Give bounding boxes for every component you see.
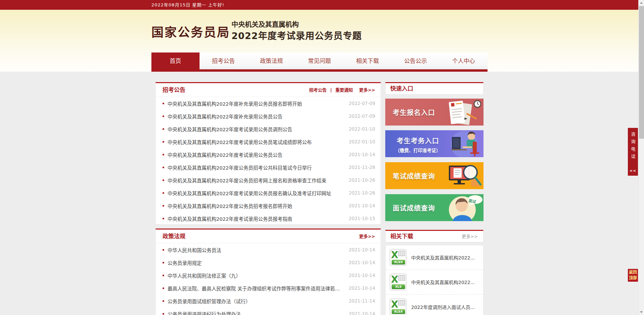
nav-tab-faq[interactable]: 常见问题 — [295, 53, 344, 69]
date-greeting-text: 2022年08月15日 星期一 上午好! — [151, 0, 224, 10]
list-item[interactable]: 中央机关及其直属机构2022年度考试录用公务员笔试成绩即将公布 2022-01-… — [156, 135, 381, 148]
bullet-dot — [163, 275, 164, 276]
main-nav: 首页 招考公告 政策法规 常见问题 相关下载 公告公示 个人中心 — [151, 53, 488, 72]
policies-list: 中华人民共和国公务员法 2021-10-14 公务员录用规定 2021-10-1… — [156, 243, 381, 315]
list-item[interactable]: 中央机关及其直属机构2022年度补充录用公务员公告 2022-07-09 — [156, 110, 381, 123]
up-arrow-icon — [640, 2, 643, 4]
nav-tab-personal-center[interactable]: 个人中心 — [439, 53, 488, 69]
bullet-dot — [163, 205, 164, 207]
policies-more-link[interactable]: 更多>> — [359, 230, 375, 243]
list-item[interactable]: 最高人民法院、最高人民检察院 关于办理组织考试作弊等刑事案件适用法律若干问题的解… — [156, 282, 381, 294]
banner-interview-score-query[interactable]: 面试成绩查询 面试 — [385, 194, 484, 221]
download-item[interactable]: X XLSX 中央机关及其直属机构2022... — [386, 245, 483, 270]
banner-label: 笔试成绩查询 — [393, 171, 435, 181]
bullet-dot — [163, 300, 164, 302]
spreadsheet-grid-icon — [398, 300, 405, 306]
person-at-computer-icon — [443, 130, 484, 157]
quick-entry-header: 快速入口 — [385, 82, 484, 95]
list-item[interactable]: 中央机关及其直属机构2022年度考试录用公务员报名确认及准考证打印网址 2021… — [156, 186, 381, 199]
bullet-dot — [163, 218, 164, 219]
vertical-scrollbar[interactable] — [638, 0, 644, 315]
scrollbar-thumb[interactable] — [639, 6, 644, 139]
downloads-more-link[interactable]: 更多>> — [462, 231, 478, 243]
download-item-label: 中央机关及其直属机构2022... — [411, 279, 475, 285]
banner-exam-affairs[interactable]: 考生考务入口 （缴费、打印准考证） — [385, 130, 484, 157]
list-item[interactable]: 中央机关及其直属机构2022年度考试录用公务员报考指南 2021-10-15 — [156, 212, 381, 225]
nav-tab-home[interactable]: 首页 — [151, 53, 200, 72]
site-subtitle-topic: 2022年度考试录用公务员专题 — [231, 29, 362, 42]
bullet-dot — [163, 179, 164, 181]
announcements-header-links: 招考公告 | 重要通知 更多>> — [307, 83, 375, 97]
list-item[interactable]: 中央机关及其直属机构2022年度公务员招考公共科目笔试今日举行 2021-11-… — [156, 161, 381, 174]
banner-label: 面试成绩查询 — [393, 203, 435, 213]
downloads-title: 相关下载 — [390, 233, 413, 240]
announcements-more-link[interactable]: 更多>> — [359, 88, 375, 93]
down-arrow-icon — [640, 311, 643, 313]
list-item[interactable]: 中央机关及其直属机构2022年度公务员招考网上报名和资格审查工作结束 2021-… — [156, 174, 381, 186]
list-item[interactable]: 中央机关及其直属机构2022年度考试录用公务员调剂公告 2022-01-10 — [156, 123, 381, 135]
file-type-badge: XLSX — [392, 260, 405, 265]
site-subtitle-org: 中央机关及其直属机构 — [231, 19, 299, 29]
spreadsheet-grid-icon — [398, 251, 405, 256]
interview-person-icon — [441, 194, 484, 221]
banner-written-score-query[interactable]: 笔试成绩查询 — [385, 162, 484, 189]
bullet-dot — [163, 167, 164, 168]
consult-phone-label: 咨询电话 — [630, 132, 636, 162]
file-type-badge: XLSX — [392, 309, 405, 314]
download-item[interactable]: X XLS 中央机关及其直属机构2022... — [386, 270, 483, 294]
list-item[interactable]: 中华人民共和国公务员法 2021-10-14 — [156, 243, 381, 256]
nav-tab-public-notice[interactable]: 公告公示 — [392, 53, 440, 69]
policies-panel: 政策法规 更多>> 中华人民共和国公务员法 2021-10-14 公务员录用规定… — [155, 229, 381, 315]
bullet-dot — [163, 141, 164, 143]
nav-tab-policies[interactable]: 政策法规 — [247, 53, 295, 69]
announcements-link-recruit[interactable]: 招考公告 — [309, 88, 327, 93]
monitor-magnifier-icon — [441, 162, 484, 189]
list-item[interactable]: 中央机关及其直属机构2022年度补充录用公务员报名即将开始 2022-07-09 — [156, 97, 381, 110]
bullet-dot — [163, 154, 164, 155]
banner-label: 考生报名入口 — [393, 107, 435, 117]
list-item[interactable]: 公务员录用违规违纪行为处理办法 2021-10-14 — [156, 307, 381, 315]
banner-candidate-registration[interactable]: 考生报名入口 — [385, 99, 484, 126]
list-item[interactable]: 中华人民共和国刑法修正案（九） 2021-10-14 — [156, 269, 381, 282]
file-type-badge: XLS — [392, 284, 405, 289]
nav-tab-downloads[interactable]: 相关下载 — [344, 53, 392, 69]
top-date-bar: 2022年08月15日 星期一 上午好! — [0, 0, 638, 10]
list-item[interactable]: 中央机关及其直属机构2022年度考试录用公务员公告 2021-10-14 — [156, 148, 381, 161]
download-item-label: 中央机关及其直属机构2022... — [411, 254, 475, 261]
spreadsheet-grid-icon — [398, 275, 405, 281]
consult-phone-tab[interactable]: 咨询电话 << — [628, 128, 638, 176]
excel-file-icon: X XLSX — [390, 299, 406, 315]
bullet-dot — [163, 115, 164, 117]
back-to-top-button[interactable]: 返回顶部 — [628, 269, 638, 282]
registration-documents-icon — [440, 99, 484, 126]
downloads-list: X XLSX 中央机关及其直属机构2022... X XLS 中央机关及其直属机… — [385, 245, 484, 315]
excel-file-icon: X XLS — [390, 274, 406, 290]
policies-title: 政策法规 — [163, 233, 185, 240]
scrollbar-up-button[interactable] — [639, 0, 644, 6]
excel-file-icon: X XLSX — [390, 249, 406, 266]
policies-panel-header: 政策法规 更多>> — [156, 230, 381, 243]
bullet-dot — [163, 249, 164, 251]
banner-sublabel: （缴费、打印准考证） — [389, 147, 446, 153]
list-item[interactable]: 公务员录用面试组织管理办法（试行） 2021-11-14 — [156, 294, 381, 307]
bullet-dot — [163, 192, 164, 194]
quick-entry-title: 快速入口 — [390, 85, 413, 92]
site-logo: 国家公务员局 — [151, 23, 230, 40]
announcements-link-divider: | — [330, 88, 332, 93]
download-item[interactable]: X XLSX 2022年度调剂进入面试人员... — [386, 294, 483, 315]
bullet-dot — [163, 128, 164, 130]
collapse-arrows-icon[interactable]: << — [628, 169, 638, 173]
announcements-panel-header: 招考公告 招考公告 | 重要通知 更多>> — [156, 83, 381, 97]
announcements-list: 中央机关及其直属机构2022年度补充录用公务员报名即将开始 2022-07-09… — [156, 97, 381, 225]
bullet-dot — [163, 103, 164, 104]
scrollbar-down-button[interactable] — [639, 309, 644, 315]
announcements-link-important[interactable]: 重要通知 — [335, 88, 353, 93]
bullet-dot — [163, 262, 164, 264]
banner-label: 考生考务入口 — [389, 136, 446, 145]
bullet-dot — [163, 287, 164, 289]
nav-tab-announcements[interactable]: 招考公告 — [200, 53, 248, 69]
list-item[interactable]: 公务员录用规定 2021-10-14 — [156, 256, 381, 269]
bullet-dot — [163, 313, 164, 315]
download-item-label: 2022年度调剂进入面试人员... — [411, 304, 475, 310]
list-item[interactable]: 中央机关及其直属机构2022年度公务员招考报名即将开始 2021-10-14 — [156, 199, 381, 212]
